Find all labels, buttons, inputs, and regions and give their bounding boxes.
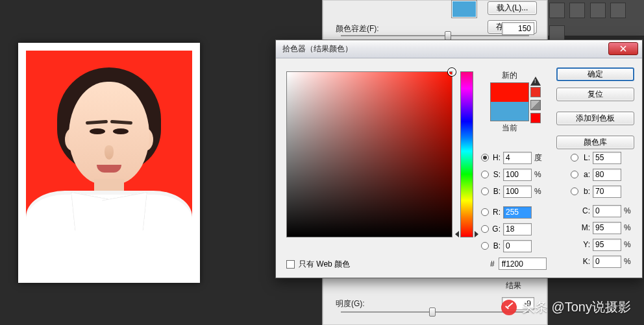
lab-l-label: L: xyxy=(581,153,590,162)
blue-radio[interactable] xyxy=(481,242,489,250)
red-input[interactable] xyxy=(503,206,532,219)
ok-button[interactable]: 确定 xyxy=(556,67,634,81)
web-colors-checkbox[interactable] xyxy=(286,260,295,269)
close-icon xyxy=(620,45,626,52)
color-compare-swatch[interactable] xyxy=(490,82,529,121)
gamut-warning-icon[interactable] xyxy=(530,77,541,86)
dialog-titlebar[interactable]: 拾色器（结果颜色） xyxy=(276,40,642,58)
fuzziness-slider[interactable] xyxy=(341,35,529,36)
lab-a-radio[interactable] xyxy=(571,171,578,178)
add-swatch-button[interactable]: 添加到色板 xyxy=(556,112,634,125)
reset-button[interactable]: 复位 xyxy=(556,88,634,101)
brightness-label: B: xyxy=(491,187,501,196)
yellow-label: Y: xyxy=(581,240,590,249)
blue-input[interactable] xyxy=(503,240,532,252)
percent-unit: % xyxy=(624,240,633,249)
green-label: G: xyxy=(491,224,501,234)
lab-b-input[interactable] xyxy=(593,186,621,198)
cyan-input[interactable] xyxy=(593,205,621,217)
magenta-label: M: xyxy=(581,223,590,232)
dock-icon[interactable] xyxy=(569,3,585,18)
hue-input[interactable] xyxy=(503,152,532,164)
hue-slider-thumb[interactable] xyxy=(475,231,478,237)
lab-l-radio[interactable] xyxy=(571,154,578,162)
lightness-label: 明度(G): xyxy=(336,298,365,309)
percent-unit: % xyxy=(624,206,633,215)
percent-unit: % xyxy=(534,170,543,179)
color-libraries-button[interactable]: 颜色库 xyxy=(556,136,634,149)
black-input[interactable] xyxy=(593,256,621,268)
photo-background xyxy=(26,51,192,275)
magenta-input[interactable] xyxy=(593,222,621,234)
cyan-label: C: xyxy=(581,206,590,215)
hue-slider[interactable] xyxy=(460,71,473,237)
gamut-nearest-swatch[interactable] xyxy=(530,87,541,97)
new-color-swatch xyxy=(491,83,528,102)
watermark-text: 头条 @Tony说摄影 xyxy=(522,298,631,316)
degree-unit: 度 xyxy=(534,152,543,163)
brightness-input[interactable] xyxy=(503,186,532,198)
yellow-input[interactable] xyxy=(593,239,621,251)
slider-thumb[interactable] xyxy=(429,307,436,317)
red-label: R: xyxy=(491,208,501,217)
saturation-radio[interactable] xyxy=(481,171,489,178)
fuzziness-input[interactable] xyxy=(502,22,534,35)
document-canvas[interactable] xyxy=(18,43,200,283)
watermark-icon xyxy=(501,300,517,315)
percent-unit: % xyxy=(624,257,633,266)
result-label: 结果 xyxy=(506,280,521,291)
close-button[interactable] xyxy=(608,42,638,55)
watermark: 头条 @Tony说摄影 xyxy=(501,298,631,316)
selection-color-swatch[interactable] xyxy=(451,0,477,18)
portrait-mouth xyxy=(97,165,121,173)
percent-unit: % xyxy=(624,223,633,232)
green-radio[interactable] xyxy=(481,225,489,233)
fuzziness-label: 颜色容差(F): xyxy=(336,23,379,34)
websafe-nearest-swatch[interactable] xyxy=(530,113,541,123)
web-colors-label: 只有 Web 颜色 xyxy=(299,259,350,270)
portrait-eye xyxy=(113,128,129,134)
hue-slider-thumb[interactable] xyxy=(455,231,459,237)
portrait-eye xyxy=(90,128,105,134)
saturation-input[interactable] xyxy=(503,169,532,181)
dock-icon[interactable] xyxy=(549,3,565,18)
blue-label: B: xyxy=(491,241,501,250)
lab-b-radio[interactable] xyxy=(571,187,578,195)
red-radio[interactable] xyxy=(481,208,489,216)
websafe-warning-icon[interactable] xyxy=(530,100,541,110)
current-color-swatch xyxy=(491,102,528,121)
green-input[interactable] xyxy=(503,223,532,235)
hue-radio[interactable] xyxy=(481,154,489,162)
lab-b-label: b: xyxy=(581,187,590,196)
load-button[interactable]: 载入(L)... xyxy=(488,1,537,15)
hex-input[interactable] xyxy=(499,258,547,270)
brightness-radio[interactable] xyxy=(481,187,489,195)
lab-a-label: a: xyxy=(581,170,590,179)
hue-label: H: xyxy=(491,153,501,162)
dialog-title: 拾色器（结果颜色） xyxy=(282,43,353,54)
color-picker-dialog: 拾色器（结果颜色） 新的 当前 确定 xyxy=(275,40,643,278)
portrait-nose xyxy=(105,145,114,160)
lab-l-input[interactable] xyxy=(593,152,621,164)
sv-cursor[interactable] xyxy=(448,68,456,76)
saturation-value-field[interactable] xyxy=(286,71,452,237)
hex-prefix: # xyxy=(490,259,495,269)
right-dock xyxy=(548,0,644,36)
dock-icon[interactable] xyxy=(590,3,606,18)
dock-icon[interactable] xyxy=(610,3,626,18)
dock-icon[interactable] xyxy=(549,25,565,41)
black-label: K: xyxy=(581,257,590,266)
percent-unit: % xyxy=(534,187,543,196)
lab-a-input[interactable] xyxy=(593,169,621,181)
saturation-label: S: xyxy=(491,170,501,179)
slider-thumb[interactable] xyxy=(445,31,451,40)
